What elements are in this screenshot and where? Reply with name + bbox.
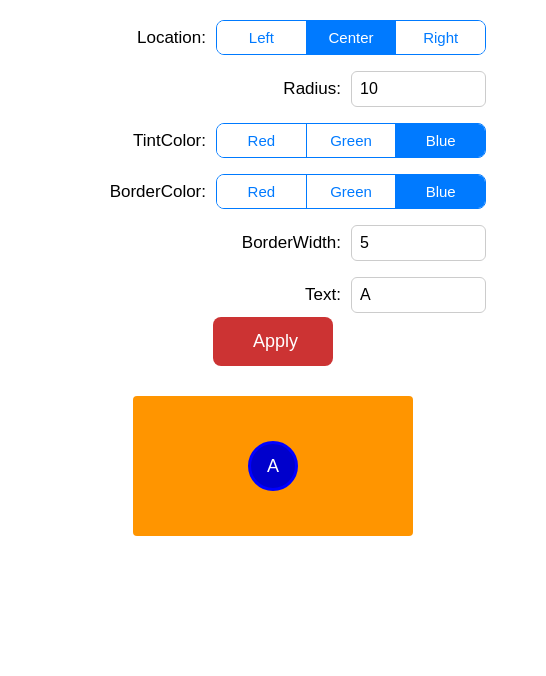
location-label: Location: bbox=[86, 28, 206, 48]
text-label: Text: bbox=[221, 285, 341, 305]
location-right-btn[interactable]: Right bbox=[396, 21, 485, 54]
text-input[interactable] bbox=[351, 277, 486, 313]
border-red-btn[interactable]: Red bbox=[217, 175, 307, 208]
border-color-segmented-control: Red Green Blue bbox=[216, 174, 486, 209]
border-color-label: BorderColor: bbox=[86, 182, 206, 202]
apply-row: Apply bbox=[0, 317, 546, 366]
border-width-row: BorderWidth: bbox=[221, 225, 486, 261]
tint-green-btn[interactable]: Green bbox=[307, 124, 397, 157]
border-width-label: BorderWidth: bbox=[221, 233, 341, 253]
radius-label: Radius: bbox=[221, 79, 341, 99]
border-green-btn[interactable]: Green bbox=[307, 175, 397, 208]
tint-color-label: TintColor: bbox=[86, 131, 206, 151]
location-row: Location: Left Center Right bbox=[86, 20, 486, 55]
radius-input[interactable] bbox=[351, 71, 486, 107]
tint-color-segmented-control: Red Green Blue bbox=[216, 123, 486, 158]
text-row: Text: bbox=[221, 277, 486, 313]
apply-button[interactable]: Apply bbox=[213, 317, 333, 366]
location-left-btn[interactable]: Left bbox=[217, 21, 307, 54]
radius-row: Radius: bbox=[221, 71, 486, 107]
border-width-input[interactable] bbox=[351, 225, 486, 261]
tint-blue-btn[interactable]: Blue bbox=[396, 124, 485, 157]
tint-red-btn[interactable]: Red bbox=[217, 124, 307, 157]
border-blue-btn[interactable]: Blue bbox=[396, 175, 485, 208]
preview-badge-text: A bbox=[267, 456, 279, 477]
location-segmented-control: Left Center Right bbox=[216, 20, 486, 55]
tint-color-row: TintColor: Red Green Blue bbox=[86, 123, 486, 158]
location-center-btn[interactable]: Center bbox=[307, 21, 397, 54]
form-container: Location: Left Center Right Radius: Tint… bbox=[0, 10, 546, 313]
preview-badge: A bbox=[248, 441, 298, 491]
border-color-row: BorderColor: Red Green Blue bbox=[86, 174, 486, 209]
preview-area: A bbox=[133, 396, 413, 536]
